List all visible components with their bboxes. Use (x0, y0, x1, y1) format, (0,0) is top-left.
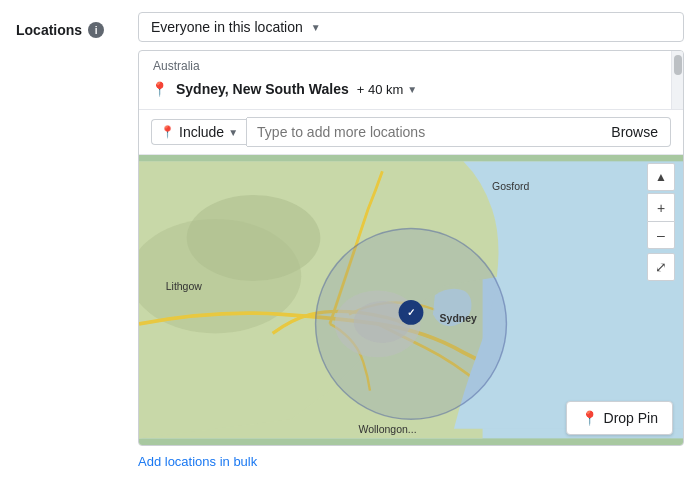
include-label: Include (179, 124, 224, 140)
country-label: Australia (151, 59, 671, 73)
radius-arrow: ▼ (407, 84, 417, 95)
fullscreen-button[interactable]: ⤢ (647, 253, 675, 281)
location-header: Australia 📍 Sydney, New South Wales + 40… (139, 51, 683, 110)
include-row: 📍 Include ▼ Browse (139, 110, 683, 155)
drop-pin-label: Drop Pin (604, 410, 658, 426)
dropdown-label: Everyone in this location (151, 19, 303, 35)
map-container: Sydney Gosford Lithgow Wollongon... ✓ (139, 155, 683, 445)
city-name: Sydney, New South Wales (176, 81, 349, 97)
radius-label: + 40 km (357, 82, 404, 97)
scroll-up-button[interactable]: ▲ (647, 163, 675, 191)
include-pin-icon: 📍 (160, 125, 175, 139)
scroll-up-icon: ▲ (655, 170, 667, 184)
drop-pin-icon: 📍 (581, 410, 598, 426)
add-bulk-link[interactable]: Add locations in bulk (138, 446, 684, 473)
location-box: Australia 📍 Sydney, New South Wales + 40… (138, 50, 684, 446)
fullscreen-icon: ⤢ (655, 259, 667, 275)
include-arrow: ▼ (228, 127, 238, 138)
dropdown-arrow: ▼ (311, 22, 321, 33)
include-button[interactable]: 📍 Include ▼ (151, 119, 246, 145)
scroll-bar (671, 51, 683, 109)
zoom-out-icon: – (657, 227, 665, 243)
map-controls: ▲ + – ⤢ (647, 163, 675, 281)
svg-text:Gosford: Gosford (492, 181, 529, 192)
locations-content: Everyone in this location ▼ Australia 📍 … (138, 12, 684, 473)
zoom-in-button[interactable]: + (647, 193, 675, 221)
svg-text:Lithgow: Lithgow (166, 281, 203, 292)
radius-badge[interactable]: + 40 km ▼ (357, 82, 418, 97)
location-search-input[interactable] (247, 117, 599, 147)
zoom-out-button[interactable]: – (647, 221, 675, 249)
browse-button[interactable]: Browse (599, 117, 671, 147)
locations-label-section: Locations i (16, 12, 126, 38)
svg-text:Wollongon...: Wollongon... (359, 424, 417, 435)
scroll-thumb (674, 55, 682, 75)
svg-point-4 (187, 195, 321, 281)
location-item: 📍 Sydney, New South Wales + 40 km ▼ (151, 77, 671, 101)
svg-text:✓: ✓ (407, 307, 415, 318)
everyone-dropdown[interactable]: Everyone in this location ▼ (138, 12, 684, 42)
svg-text:Sydney: Sydney (440, 313, 477, 324)
locations-label: Locations (16, 22, 82, 38)
info-icon[interactable]: i (88, 22, 104, 38)
location-pin-icon: 📍 (151, 81, 168, 97)
zoom-in-icon: + (657, 200, 665, 216)
drop-pin-button[interactable]: 📍 Drop Pin (566, 401, 673, 435)
